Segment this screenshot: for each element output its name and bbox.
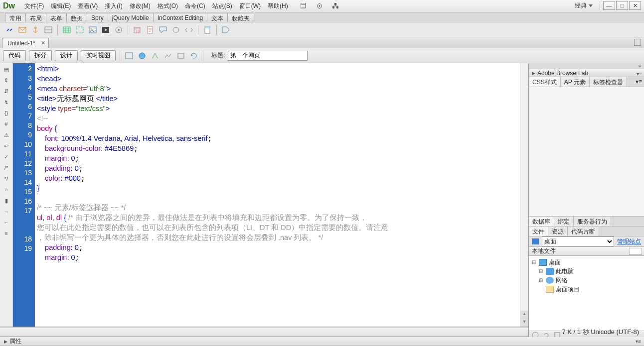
scroll-down-icon[interactable]: ▼	[520, 319, 528, 327]
browser-preview-icon[interactable]	[137, 51, 147, 61]
inspect-icon[interactable]	[150, 51, 160, 61]
tab-css-styles[interactable]: CSS样式	[529, 77, 561, 87]
apply-comment-icon[interactable]: /*	[2, 164, 10, 172]
indent-icon[interactable]: →	[2, 208, 10, 216]
workspace-switcher[interactable]: 经典	[575, 1, 593, 10]
email-link-icon[interactable]	[17, 24, 28, 35]
cat-tab-forms[interactable]: 表单	[46, 13, 67, 22]
templates-icon[interactable]	[202, 24, 213, 35]
image-icon[interactable]	[87, 24, 98, 35]
move-css-icon[interactable]: ▮	[2, 197, 10, 205]
tree-item-desktop-items[interactable]: 桌面项目	[532, 285, 641, 294]
plus-icon[interactable]: ⊞	[539, 276, 544, 285]
check-browser-icon[interactable]	[176, 51, 186, 61]
cat-tab-common[interactable]: 常用	[5, 13, 26, 22]
menu-view[interactable]: 查看(V)	[74, 2, 101, 10]
word-wrap-icon[interactable]: ↩	[2, 142, 10, 150]
maximize-button[interactable]: □	[616, 1, 628, 10]
outdent-icon[interactable]: ←	[2, 219, 10, 227]
cat-tab-layout[interactable]: 布局	[25, 13, 46, 22]
tab-assets[interactable]: 资源	[548, 227, 568, 236]
tag-chooser-icon[interactable]	[220, 24, 231, 35]
cat-tab-spry[interactable]: Spry	[87, 13, 108, 22]
remove-comment-icon[interactable]: */	[2, 175, 10, 183]
scroll-up-icon[interactable]: ▲	[520, 311, 528, 319]
script-icon[interactable]	[183, 24, 194, 35]
manage-sites-link[interactable]: 管理站点	[617, 237, 641, 246]
design-view-button[interactable]: 设计	[55, 50, 78, 61]
menu-edit[interactable]: 编辑(E)	[47, 2, 74, 10]
menu-commands[interactable]: 命令(C)	[181, 2, 209, 10]
files-tree[interactable]: ⊟ 桌面 ⊞ 此电脑 ⊞ 网络 桌面项目	[529, 256, 644, 331]
horizontal-rule-icon[interactable]	[43, 24, 54, 35]
comment-icon[interactable]	[158, 24, 168, 35]
hyperlink-icon[interactable]	[4, 24, 15, 35]
expand-all-icon[interactable]: ⇵	[2, 87, 10, 95]
menu-site[interactable]: 站点(S)	[209, 2, 236, 10]
tree-root[interactable]: ⊟ 桌面	[532, 258, 641, 267]
table-icon[interactable]	[61, 24, 72, 35]
tab-tag-inspector[interactable]: 标签检查器	[590, 77, 627, 87]
syntax-error-icon[interactable]: ✓	[2, 153, 10, 161]
menu-modify[interactable]: 修改(M)	[126, 2, 154, 10]
code-editor[interactable]: 23 45 67 89 1011 1213 1415 1617 1819 <ht…	[13, 63, 528, 327]
menu-format[interactable]: 格式(O)	[154, 2, 181, 10]
cat-tab-favorites[interactable]: 收藏夹	[227, 13, 254, 22]
document-title-input[interactable]	[228, 51, 308, 61]
media-icon[interactable]	[100, 24, 111, 35]
tree-item-network[interactable]: ⊞ 网络	[532, 276, 641, 285]
format-source-icon[interactable]: ≡	[2, 230, 10, 237]
insert-div-icon[interactable]	[74, 24, 85, 35]
properties-panel-header[interactable]: ▶ 属性 ▾≡	[0, 337, 644, 346]
minimize-button[interactable]: —	[603, 1, 615, 10]
server-side-include-icon[interactable]	[145, 24, 156, 35]
close-tab-icon[interactable]: ✕	[41, 40, 45, 46]
select-parent-icon[interactable]: ↯	[2, 98, 10, 106]
open-documents-icon[interactable]: ▤	[2, 65, 10, 73]
cat-tab-data[interactable]: 数据	[66, 13, 87, 22]
widget-icon[interactable]	[113, 24, 124, 35]
refresh-icon[interactable]	[189, 51, 199, 61]
site-dropdown-icon[interactable]	[332, 2, 339, 9]
cat-tab-incontext[interactable]: InContext Editing	[153, 13, 207, 22]
tab-database[interactable]: 数据库	[529, 217, 554, 226]
tab-snippets[interactable]: 代码片断	[568, 227, 599, 236]
panel-menu-icon[interactable]: ▾≡	[637, 71, 642, 77]
code-content[interactable]: <html> <head> <meta charset="utf-8"> <ti…	[35, 63, 520, 327]
tab-ap-elements[interactable]: AP 元素	[561, 77, 590, 87]
live-code-icon[interactable]	[124, 51, 134, 61]
visual-aids-icon[interactable]	[163, 51, 173, 61]
document-tab[interactable]: Untitled-1* ✕	[2, 38, 49, 48]
balance-braces-icon[interactable]: {}	[2, 109, 10, 117]
panel-menu-icon[interactable]: ▾≡	[634, 77, 644, 87]
tab-bindings[interactable]: 绑定	[554, 217, 574, 226]
head-icon[interactable]	[170, 24, 181, 35]
tree-item-computer[interactable]: ⊞ 此电脑	[532, 267, 641, 276]
plus-icon[interactable]: ⊞	[539, 267, 544, 276]
close-button[interactable]: ✕	[629, 1, 641, 10]
highlight-invalid-icon[interactable]: ⚠	[2, 131, 10, 139]
cat-tab-jquerymobile[interactable]: jQuery Mobile	[108, 13, 154, 22]
panel-menu-icon[interactable]: ▾≡	[636, 339, 641, 344]
browserlab-panel-header[interactable]: ▶ Adobe BrowserLab ▾≡	[529, 69, 644, 77]
live-view-button[interactable]: 实时视图	[81, 50, 116, 61]
tab-server-behaviors[interactable]: 服务器行为	[574, 217, 611, 226]
minus-icon[interactable]: ⊟	[532, 258, 537, 267]
tab-files[interactable]: 文件	[529, 227, 548, 236]
menu-file[interactable]: 文件(F)	[21, 2, 47, 10]
collapse-tag-icon[interactable]: ⇕	[2, 76, 10, 84]
split-view-button[interactable]: 拆分	[29, 50, 52, 61]
restore-doc-icon[interactable]	[634, 39, 641, 46]
right-panels-collapse-bar[interactable]: »	[529, 63, 644, 69]
extension-dropdown-icon[interactable]	[317, 2, 323, 9]
menu-insert[interactable]: 插入(I)	[101, 2, 126, 10]
menu-window[interactable]: 窗口(W)	[236, 2, 264, 10]
site-select[interactable]: 桌面	[542, 236, 614, 246]
recent-snippets-icon[interactable]: ○	[2, 186, 10, 194]
code-view-button[interactable]: 代码	[3, 50, 26, 61]
vertical-scrollbar[interactable]: ▲ ▼	[520, 63, 528, 327]
line-numbers-icon[interactable]: #	[2, 120, 10, 128]
date-icon[interactable]: 19	[132, 24, 143, 35]
cat-tab-text[interactable]: 文本	[207, 13, 228, 22]
menu-help[interactable]: 帮助(H)	[264, 2, 292, 10]
